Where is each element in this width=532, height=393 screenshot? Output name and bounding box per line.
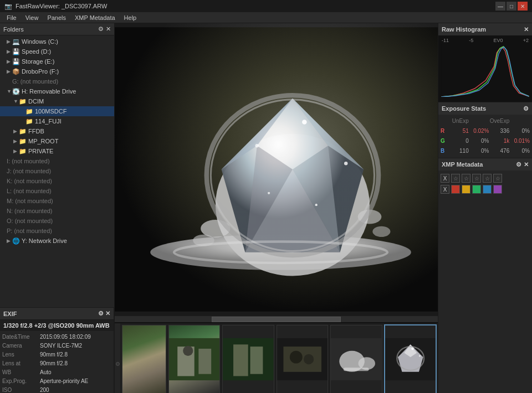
svg-point-10 xyxy=(302,120,307,125)
xmp-close-icon[interactable]: ✕ xyxy=(524,161,529,168)
filmstrip-items: .ARW _DSC3093.ARW xyxy=(120,323,438,393)
film-thumbnail-1 xyxy=(169,325,219,393)
tree-item-windows-c[interactable]: ▶ 💻 Windows (C:) xyxy=(0,37,114,46)
tree-item-114-fuji[interactable]: 📁 114_FUJI xyxy=(0,116,114,126)
xmp-star1-1[interactable]: ☆ xyxy=(451,174,460,183)
xmp-gear-icon[interactable]: ⚙ xyxy=(516,161,521,168)
film-thumb-svg-4 xyxy=(331,325,381,393)
xmp-color-red[interactable] xyxy=(451,185,460,194)
histogram-chart xyxy=(441,44,530,100)
xmp-stars-row1: X ☆ ☆ ☆ ☆ ☆ xyxy=(441,174,530,183)
menu-xmp-metadata[interactable]: XMP Metadata xyxy=(70,13,120,22)
tree-item-100msdcf[interactable]: 📁 100MSDCF xyxy=(0,106,114,116)
xmp-section: XMP Metadata ⚙ ✕ X ☆ ☆ ☆ ☆ ☆ X xyxy=(438,158,532,393)
histogram-title: Raw Histogram xyxy=(442,26,486,33)
menu-file[interactable]: File xyxy=(2,13,21,22)
film-item-4[interactable]: _DSC3096.ARW xyxy=(330,325,382,393)
xmp-color-yellow[interactable] xyxy=(462,185,470,194)
exif-row-iso: ISO 200 xyxy=(2,385,111,393)
exif-close-icon[interactable]: ✕ xyxy=(105,310,110,317)
menubar: File View Panels XMP Metadata Help xyxy=(0,12,532,23)
histogram-section: Raw Histogram ✕ -11 -5 EV0 +2 xyxy=(438,23,532,102)
folders-title: Folders xyxy=(3,26,24,33)
exposure-section: Exposure Stats ⚙ UnExp OveExp R 51 0.02%… xyxy=(438,102,532,158)
xmp-colors-row1: X xyxy=(441,185,530,194)
xmp-reject-btn1[interactable]: X xyxy=(441,174,449,183)
svg-point-13 xyxy=(315,204,318,206)
menu-panels[interactable]: Panels xyxy=(43,13,70,22)
folders-tree: ▶ 💻 Windows (C:) ▶ 💾 Speed (D:) ▶ 💾 Stor… xyxy=(0,35,114,307)
tree-item-h-removable[interactable]: ▼ 💽 H: Removable Drive xyxy=(0,86,114,96)
film-item-1[interactable]: _DSC3093.ARW xyxy=(168,325,220,393)
svg-point-42 xyxy=(411,348,414,350)
svg-rect-37 xyxy=(344,368,369,371)
horizontal-scrollbar[interactable] xyxy=(115,316,438,322)
exposure-title: Exposure Stats xyxy=(442,105,486,112)
hist-label-plus2: +2 xyxy=(523,38,529,43)
maximize-button[interactable]: □ xyxy=(507,2,516,11)
xmp-star1-2[interactable]: ☆ xyxy=(462,174,470,183)
tree-item-private[interactable]: ▶ 📁 PRIVATE xyxy=(0,146,114,156)
center-panel: ⚙ .ARW xyxy=(115,23,438,393)
tree-item-j-not-mounted: J: (not mounted) xyxy=(0,166,114,176)
tree-item-drobo-f[interactable]: ▶ 📦 DroboPro (F:) xyxy=(0,66,114,76)
xmp-color-blue[interactable] xyxy=(483,185,492,194)
menu-help[interactable]: Help xyxy=(120,13,141,22)
filmstrip-gear-icon[interactable]: ⚙ xyxy=(115,361,120,367)
tree-item-y-network[interactable]: ▶ 🌐 Y: Network Drive xyxy=(0,236,114,246)
tree-item-o-not-mounted: O: (not mounted) xyxy=(0,216,114,226)
app-title: 📷 FastRawViewer: _DSC3097.ARW xyxy=(4,3,107,10)
film-thumbnail-2 xyxy=(223,325,273,393)
film-thumbnail-3 xyxy=(277,325,328,393)
film-thumbnail-5 xyxy=(385,325,436,393)
close-button[interactable]: ✕ xyxy=(518,2,528,11)
exposure-row-b: B 110 0% 476 0% xyxy=(441,146,530,156)
film-item-3[interactable]: _DSC3095.ARW xyxy=(277,325,328,393)
histogram-labels: -11 -5 EV0 +2 xyxy=(441,38,530,43)
tree-item-storage-e[interactable]: ▶ 💾 Storage (E:) xyxy=(0,56,114,66)
exposure-header-row: UnExp OveExp xyxy=(441,117,530,126)
tree-item-ffdb[interactable]: ▶ 📁 FFDB xyxy=(0,126,114,136)
film-thumb-svg-1 xyxy=(169,325,219,393)
main-layout: Folders ⚙ ✕ ▶ 💻 Windows (C:) ▶ 💾 Speed (… xyxy=(0,23,532,393)
tree-item-dcim[interactable]: ▼ 📁 DCIM xyxy=(0,96,114,106)
xmp-reject-btn2[interactable]: X xyxy=(441,185,449,194)
tree-item-speed-d[interactable]: ▶ 💾 Speed (D:) xyxy=(0,46,114,56)
exposure-gear-icon[interactable]: ⚙ xyxy=(523,105,529,112)
exif-table: Date&Time 2015:09:05 18:02:09 Camera SON… xyxy=(0,331,114,393)
minimize-button[interactable]: — xyxy=(495,2,505,11)
right-panel: Raw Histogram ✕ -11 -5 EV0 +2 xyxy=(438,23,532,393)
xmp-color-purple[interactable] xyxy=(493,185,502,194)
svg-point-12 xyxy=(255,144,259,147)
menu-view[interactable]: View xyxy=(21,13,43,22)
scrollbar-thumb[interactable] xyxy=(212,317,341,322)
folders-gear-icon[interactable]: ⚙ xyxy=(98,25,104,33)
svg-point-18 xyxy=(372,226,390,237)
hist-label-ev0: EV0 xyxy=(493,38,503,43)
tree-item-i-not-mounted: I: (not mounted) xyxy=(0,156,114,166)
film-item-5[interactable]: _DSC3097.ARW xyxy=(384,324,437,393)
left-panel: Folders ⚙ ✕ ▶ 💻 Windows (C:) ▶ 💾 Speed (… xyxy=(0,23,115,393)
xmp-color-green[interactable] xyxy=(472,185,481,194)
tree-item-k-not-mounted: K: (not mounted) xyxy=(0,176,114,186)
histogram-close-icon[interactable]: ✕ xyxy=(524,26,529,33)
film-item-0[interactable]: .ARW xyxy=(122,325,166,393)
xmp-star1-5[interactable]: ☆ xyxy=(493,174,502,183)
xmp-star1-4[interactable]: ☆ xyxy=(483,174,492,183)
film-thumbnail-4 xyxy=(331,325,381,393)
tree-item-mp-root[interactable]: ▶ 📁 MP_ROOT xyxy=(0,136,114,146)
film-thumb-svg-3 xyxy=(277,325,328,393)
folders-close-icon[interactable]: ✕ xyxy=(106,25,111,33)
image-area xyxy=(115,23,438,316)
exif-header: EXIF ⚙ ✕ xyxy=(0,308,114,320)
xmp-stars-area: X ☆ ☆ ☆ ☆ ☆ X xyxy=(438,170,532,196)
xmp-star1-3[interactable]: ☆ xyxy=(472,174,481,183)
tree-item-l-not-mounted: L: (not mounted) xyxy=(0,186,114,196)
exposure-table: UnExp OveExp R 51 0.02% 336 0% G 0 0% 1k xyxy=(438,115,532,158)
film-item-2[interactable]: _DSC3094.ARW xyxy=(222,325,274,393)
filmstrip-scroll-indicator: ⚙ xyxy=(115,323,120,393)
exif-row-camera: Camera SONY ILCE-7M2 xyxy=(2,341,111,350)
film-thumb-svg-2 xyxy=(223,325,273,393)
exif-gear-icon[interactable]: ⚙ xyxy=(98,310,104,317)
exposure-row-r: R 51 0.02% 336 0% xyxy=(441,126,530,136)
